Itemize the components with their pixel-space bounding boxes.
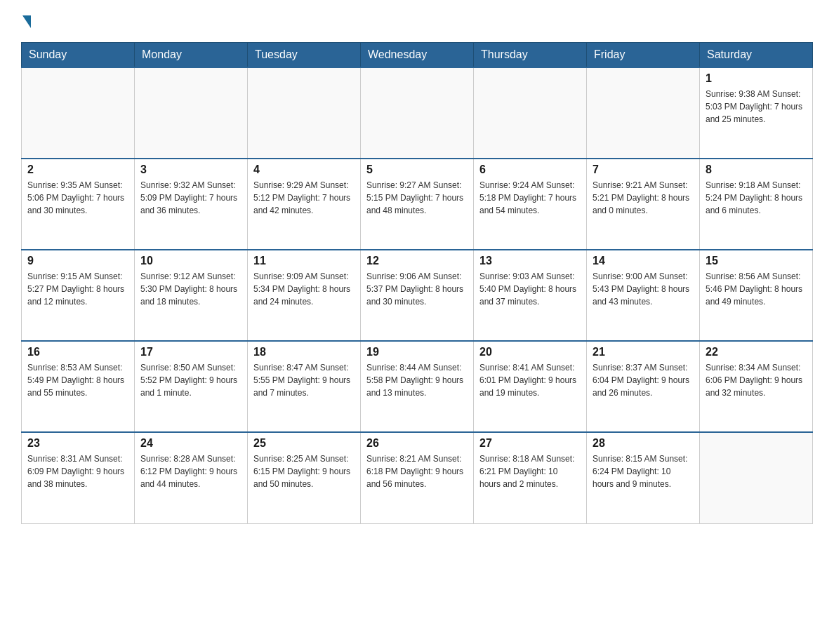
day-info: Sunrise: 8:41 AM Sunset: 6:01 PM Dayligh… xyxy=(479,361,581,399)
day-number: 28 xyxy=(593,437,694,450)
calendar-cell: 20Sunrise: 8:41 AM Sunset: 6:01 PM Dayli… xyxy=(474,341,587,432)
day-info: Sunrise: 9:00 AM Sunset: 5:43 PM Dayligh… xyxy=(593,270,694,308)
page-header xyxy=(21,14,813,28)
day-info: Sunrise: 8:15 AM Sunset: 6:24 PM Dayligh… xyxy=(593,452,694,490)
calendar-cell: 23Sunrise: 8:31 AM Sunset: 6:09 PM Dayli… xyxy=(22,432,135,523)
day-number: 8 xyxy=(706,163,807,176)
calendar-cell: 3Sunrise: 9:32 AM Sunset: 5:09 PM Daylig… xyxy=(135,159,248,250)
day-number: 11 xyxy=(253,255,355,267)
day-number: 3 xyxy=(140,163,241,176)
calendar-cell: 14Sunrise: 9:00 AM Sunset: 5:43 PM Dayli… xyxy=(587,250,700,341)
calendar-cell xyxy=(135,67,248,159)
calendar-cell xyxy=(361,67,474,159)
day-info: Sunrise: 9:12 AM Sunset: 5:30 PM Dayligh… xyxy=(140,270,241,308)
day-info: Sunrise: 8:34 AM Sunset: 6:06 PM Dayligh… xyxy=(706,361,807,399)
week-row-1: 1Sunrise: 9:38 AM Sunset: 5:03 PM Daylig… xyxy=(22,67,813,159)
calendar-cell xyxy=(587,67,700,159)
day-number: 20 xyxy=(479,346,581,358)
day-info: Sunrise: 8:18 AM Sunset: 6:21 PM Dayligh… xyxy=(479,452,581,490)
calendar-cell xyxy=(474,67,587,159)
day-info: Sunrise: 9:18 AM Sunset: 5:24 PM Dayligh… xyxy=(706,179,807,217)
calendar-table: SundayMondayTuesdayWednesdayThursdayFrid… xyxy=(21,42,813,524)
day-info: Sunrise: 9:24 AM Sunset: 5:18 PM Dayligh… xyxy=(479,179,581,217)
calendar-cell: 16Sunrise: 8:53 AM Sunset: 5:49 PM Dayli… xyxy=(22,341,135,432)
day-number: 16 xyxy=(27,346,128,358)
week-row-4: 16Sunrise: 8:53 AM Sunset: 5:49 PM Dayli… xyxy=(22,341,813,432)
day-number: 22 xyxy=(706,346,807,358)
day-info: Sunrise: 9:09 AM Sunset: 5:34 PM Dayligh… xyxy=(253,270,355,308)
calendar-cell: 24Sunrise: 8:28 AM Sunset: 6:12 PM Dayli… xyxy=(135,432,248,523)
weekday-header-wednesday: Wednesday xyxy=(361,43,474,68)
day-number: 24 xyxy=(140,437,241,450)
day-info: Sunrise: 8:28 AM Sunset: 6:12 PM Dayligh… xyxy=(140,452,241,490)
day-info: Sunrise: 8:21 AM Sunset: 6:18 PM Dayligh… xyxy=(366,452,468,490)
day-info: Sunrise: 9:06 AM Sunset: 5:37 PM Dayligh… xyxy=(366,270,468,308)
day-number: 13 xyxy=(479,255,581,267)
calendar-cell: 11Sunrise: 9:09 AM Sunset: 5:34 PM Dayli… xyxy=(248,250,361,341)
day-number: 27 xyxy=(479,437,581,450)
day-number: 17 xyxy=(140,346,241,358)
day-info: Sunrise: 8:37 AM Sunset: 6:04 PM Dayligh… xyxy=(593,361,694,399)
day-number: 4 xyxy=(253,163,355,176)
day-number: 7 xyxy=(593,163,694,176)
day-number: 9 xyxy=(27,255,128,267)
weekday-header-thursday: Thursday xyxy=(474,43,587,68)
calendar-cell: 21Sunrise: 8:37 AM Sunset: 6:04 PM Dayli… xyxy=(587,341,700,432)
weekday-header-friday: Friday xyxy=(587,43,700,68)
weekday-header-saturday: Saturday xyxy=(700,43,813,68)
day-number: 21 xyxy=(593,346,694,358)
day-info: Sunrise: 9:29 AM Sunset: 5:12 PM Dayligh… xyxy=(253,179,355,217)
weekday-header-tuesday: Tuesday xyxy=(248,43,361,68)
day-info: Sunrise: 9:38 AM Sunset: 5:03 PM Dayligh… xyxy=(706,88,807,126)
calendar-cell: 9Sunrise: 9:15 AM Sunset: 5:27 PM Daylig… xyxy=(22,250,135,341)
day-number: 10 xyxy=(140,255,241,267)
calendar-cell xyxy=(248,67,361,159)
day-info: Sunrise: 9:21 AM Sunset: 5:21 PM Dayligh… xyxy=(593,179,694,217)
day-number: 6 xyxy=(479,163,581,176)
day-number: 5 xyxy=(366,163,468,176)
calendar-cell: 2Sunrise: 9:35 AM Sunset: 5:06 PM Daylig… xyxy=(22,159,135,250)
week-row-5: 23Sunrise: 8:31 AM Sunset: 6:09 PM Dayli… xyxy=(22,432,813,523)
day-info: Sunrise: 9:15 AM Sunset: 5:27 PM Dayligh… xyxy=(27,270,128,308)
day-number: 18 xyxy=(253,346,355,358)
logo-arrow-icon xyxy=(22,15,31,28)
calendar-cell: 25Sunrise: 8:25 AM Sunset: 6:15 PM Dayli… xyxy=(248,432,361,523)
calendar-cell: 26Sunrise: 8:21 AM Sunset: 6:18 PM Dayli… xyxy=(361,432,474,523)
calendar-cell: 18Sunrise: 8:47 AM Sunset: 5:55 PM Dayli… xyxy=(248,341,361,432)
day-number: 1 xyxy=(706,72,807,85)
day-number: 15 xyxy=(706,255,807,267)
calendar-cell: 7Sunrise: 9:21 AM Sunset: 5:21 PM Daylig… xyxy=(587,159,700,250)
calendar-cell: 10Sunrise: 9:12 AM Sunset: 5:30 PM Dayli… xyxy=(135,250,248,341)
day-info: Sunrise: 8:53 AM Sunset: 5:49 PM Dayligh… xyxy=(27,361,128,399)
week-row-3: 9Sunrise: 9:15 AM Sunset: 5:27 PM Daylig… xyxy=(22,250,813,341)
calendar-cell: 22Sunrise: 8:34 AM Sunset: 6:06 PM Dayli… xyxy=(700,341,813,432)
calendar-cell: 8Sunrise: 9:18 AM Sunset: 5:24 PM Daylig… xyxy=(700,159,813,250)
day-info: Sunrise: 9:03 AM Sunset: 5:40 PM Dayligh… xyxy=(479,270,581,308)
day-info: Sunrise: 8:47 AM Sunset: 5:55 PM Dayligh… xyxy=(253,361,355,399)
calendar-cell: 6Sunrise: 9:24 AM Sunset: 5:18 PM Daylig… xyxy=(474,159,587,250)
calendar-cell: 4Sunrise: 9:29 AM Sunset: 5:12 PM Daylig… xyxy=(248,159,361,250)
day-info: Sunrise: 9:32 AM Sunset: 5:09 PM Dayligh… xyxy=(140,179,241,217)
logo xyxy=(21,14,31,28)
calendar-cell xyxy=(22,67,135,159)
calendar-cell: 28Sunrise: 8:15 AM Sunset: 6:24 PM Dayli… xyxy=(587,432,700,523)
day-number: 14 xyxy=(593,255,694,267)
weekday-header-monday: Monday xyxy=(135,43,248,68)
day-number: 23 xyxy=(27,437,128,450)
day-number: 19 xyxy=(366,346,468,358)
week-row-2: 2Sunrise: 9:35 AM Sunset: 5:06 PM Daylig… xyxy=(22,159,813,250)
calendar-cell xyxy=(700,432,813,523)
day-info: Sunrise: 8:56 AM Sunset: 5:46 PM Dayligh… xyxy=(706,270,807,308)
calendar-cell: 17Sunrise: 8:50 AM Sunset: 5:52 PM Dayli… xyxy=(135,341,248,432)
calendar-cell: 27Sunrise: 8:18 AM Sunset: 6:21 PM Dayli… xyxy=(474,432,587,523)
calendar-cell: 5Sunrise: 9:27 AM Sunset: 5:15 PM Daylig… xyxy=(361,159,474,250)
day-info: Sunrise: 8:50 AM Sunset: 5:52 PM Dayligh… xyxy=(140,361,241,399)
calendar-cell: 13Sunrise: 9:03 AM Sunset: 5:40 PM Dayli… xyxy=(474,250,587,341)
day-info: Sunrise: 8:25 AM Sunset: 6:15 PM Dayligh… xyxy=(253,452,355,490)
day-number: 2 xyxy=(27,163,128,176)
calendar-cell: 1Sunrise: 9:38 AM Sunset: 5:03 PM Daylig… xyxy=(700,67,813,159)
day-info: Sunrise: 9:35 AM Sunset: 5:06 PM Dayligh… xyxy=(27,179,128,217)
calendar-header: SundayMondayTuesdayWednesdayThursdayFrid… xyxy=(22,43,813,68)
day-number: 25 xyxy=(253,437,355,450)
logo-general-text xyxy=(21,14,31,28)
